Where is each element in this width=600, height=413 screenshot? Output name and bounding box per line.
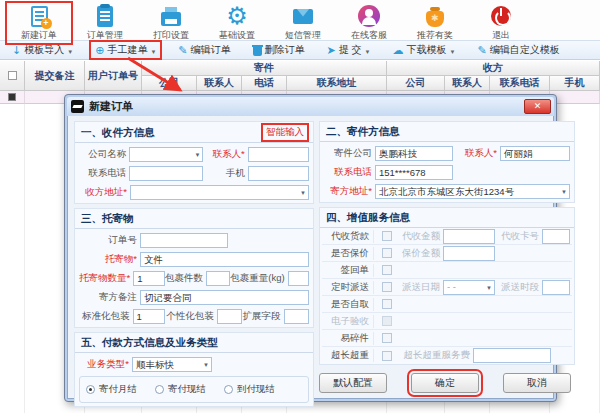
recipient-mobile-input[interactable] bbox=[248, 166, 309, 181]
chevron-down-icon bbox=[559, 184, 567, 199]
select-all-checkbox[interactable] bbox=[0, 61, 25, 91]
cod-amount-input[interactable] bbox=[443, 229, 495, 244]
selfpickup-checkbox[interactable] bbox=[382, 299, 392, 309]
template-import-button[interactable]: ↓ 模板导入 bbox=[8, 42, 77, 58]
ok-button[interactable]: 确定 bbox=[411, 373, 479, 393]
button-label: 模板导入 bbox=[24, 43, 64, 57]
goods-qty-input[interactable]: 1 bbox=[133, 271, 165, 286]
insurance-amount-input[interactable] bbox=[443, 246, 495, 261]
power-icon bbox=[489, 4, 513, 28]
order-no-input[interactable] bbox=[140, 233, 228, 248]
sender-phone-input[interactable]: 151****678 bbox=[375, 165, 453, 180]
oversize-checkbox[interactable] bbox=[382, 351, 392, 361]
chevron-down-icon bbox=[484, 280, 492, 295]
custom-pkg-input[interactable] bbox=[217, 309, 242, 324]
toolbar-basic-settings[interactable]: ⚙ 基础设置 bbox=[204, 2, 270, 44]
pkg-weight-label: 包裹重量(kg) bbox=[230, 272, 284, 285]
chevron-down-icon bbox=[365, 45, 371, 56]
toolbar-online-support[interactable]: 在线客服 bbox=[336, 2, 402, 44]
new-order-dialog: 新建订单 一、收件方信息 智能输入 公司名称 联系人* bbox=[64, 94, 557, 402]
service-row-fragile: 易碎件 bbox=[322, 330, 572, 347]
column-header[interactable]: 公司 bbox=[387, 76, 445, 91]
close-icon[interactable] bbox=[524, 99, 551, 114]
sender-contact-label: 联系人* bbox=[453, 147, 497, 160]
insurance-checkbox[interactable] bbox=[382, 248, 392, 258]
manual-order-button[interactable]: ⊕ 手工建单 bbox=[91, 42, 160, 58]
service-row-oversize: 超长超重 超长超重服务费 bbox=[322, 347, 572, 364]
edit-custom-template-button[interactable]: ✎ 编辑自定义模板 bbox=[473, 42, 563, 58]
radio-icon bbox=[155, 385, 164, 394]
recipient-phone-input[interactable] bbox=[129, 166, 203, 181]
delivery-time-input[interactable] bbox=[542, 280, 570, 295]
pkg-weight-input[interactable] bbox=[288, 271, 309, 286]
radio-label: 到付现结 bbox=[237, 383, 275, 396]
recipient-company-select[interactable] bbox=[129, 147, 203, 162]
scheduled-checkbox[interactable] bbox=[382, 282, 392, 292]
radio-receiver-cash[interactable]: 到付现结 bbox=[224, 383, 275, 396]
grid-subheader: 公司 联系人 电话 联系地址 公司 联系人 联系电话 手机 bbox=[142, 76, 600, 91]
row-checkbox[interactable] bbox=[0, 91, 25, 104]
dialog-titlebar[interactable]: 新建订单 bbox=[67, 97, 554, 116]
radio-icon bbox=[224, 385, 233, 394]
toolbar-label: 基础设置 bbox=[219, 29, 255, 42]
goods-label: 托寄物* bbox=[79, 253, 137, 266]
toolbar-referral-reward[interactable]: 推荐有奖 bbox=[402, 2, 468, 44]
smart-input-link[interactable]: 智能输入 bbox=[263, 125, 307, 140]
std-pkg-label: 标准化包装 bbox=[79, 310, 130, 323]
radio-icon bbox=[86, 385, 95, 394]
ext-field-input[interactable] bbox=[284, 309, 309, 324]
toolbar-exit[interactable]: 退出 bbox=[468, 2, 534, 44]
column-header[interactable]: 联系人 bbox=[197, 76, 242, 91]
cancel-button[interactable]: 取消 bbox=[503, 373, 571, 393]
chevron-down-icon bbox=[298, 185, 306, 200]
recipient-contact-input[interactable] bbox=[248, 147, 309, 162]
sender-remark-label: 寄方备注 bbox=[79, 291, 137, 304]
std-pkg-input[interactable]: 1 bbox=[133, 309, 165, 324]
submit-button[interactable]: ➤ 提 交 bbox=[323, 42, 375, 58]
radio-sender-cash[interactable]: 寄付现结 bbox=[155, 383, 206, 396]
service-label: 是否保价 bbox=[322, 247, 374, 260]
cod-card-label: 代收卡号 bbox=[495, 230, 539, 243]
section-recipient: 一、收件方信息 智能输入 公司名称 联系人* 联系电话 bbox=[74, 121, 314, 204]
button-label: 手工建单 bbox=[107, 43, 147, 57]
column-header[interactable]: 联系人 bbox=[445, 76, 490, 91]
sender-address-select[interactable]: 北京北京市东城区东大街1234号 bbox=[375, 184, 570, 199]
pkg-count-input[interactable] bbox=[206, 271, 230, 286]
toolbar-label: 新建订单 bbox=[21, 29, 57, 42]
toolbar-print-settings[interactable]: 打印设置 bbox=[138, 2, 204, 44]
delivery-date-select[interactable]: - - bbox=[443, 280, 495, 295]
fragile-checkbox[interactable] bbox=[382, 333, 392, 343]
sender-remark-input[interactable]: 切记要合同 bbox=[140, 290, 309, 305]
cod-card-input[interactable] bbox=[542, 229, 570, 244]
sender-address-label: 寄方地址* bbox=[324, 185, 372, 198]
column-header[interactable]: 公司 bbox=[142, 76, 197, 91]
cod-checkbox[interactable] bbox=[382, 231, 392, 241]
biz-type-select[interactable]: 顺丰标快 bbox=[132, 357, 212, 372]
goods-input[interactable]: 文件 bbox=[140, 252, 309, 267]
chevron-down-icon bbox=[450, 45, 456, 56]
column-header[interactable]: 用户订单号 bbox=[85, 61, 142, 91]
button-label: 下载模板 bbox=[407, 43, 447, 57]
sender-company-input[interactable]: 奥鹏科技 bbox=[375, 146, 453, 161]
column-header[interactable]: 手机 bbox=[550, 76, 600, 91]
toolbar-order-management[interactable]: 订单管理 bbox=[72, 2, 138, 44]
download-template-button[interactable]: ☁ 下载模板 bbox=[389, 42, 460, 58]
recipient-address-select[interactable] bbox=[130, 185, 309, 200]
column-header[interactable]: 电话 bbox=[242, 76, 287, 91]
service-label: 代收货款 bbox=[322, 230, 374, 243]
column-header[interactable]: 联系电话 bbox=[490, 76, 550, 91]
radio-monthly-settlement[interactable]: 寄付月结 bbox=[86, 383, 137, 396]
toolbar-label: 短信管理 bbox=[285, 29, 321, 42]
column-header[interactable]: 联系地址 bbox=[287, 76, 387, 91]
column-header[interactable]: 提交备注 bbox=[25, 61, 85, 91]
sender-contact-input[interactable]: 何丽娟 bbox=[500, 146, 570, 161]
toolbar-new-order[interactable]: + 新建订单 bbox=[6, 2, 72, 44]
edit-order-button[interactable]: ✎ 编辑订单 bbox=[174, 42, 234, 58]
delete-order-button[interactable]: 删除订单 bbox=[249, 42, 309, 58]
oversize-fee-input[interactable] bbox=[473, 348, 551, 363]
receipt-checkbox[interactable] bbox=[382, 265, 392, 275]
service-label: 定时派送 bbox=[322, 281, 374, 294]
dialog-app-icon bbox=[71, 100, 84, 113]
toolbar-sms-management[interactable]: 短信管理 bbox=[270, 2, 336, 44]
default-config-button[interactable]: 默认配置 bbox=[319, 373, 387, 393]
